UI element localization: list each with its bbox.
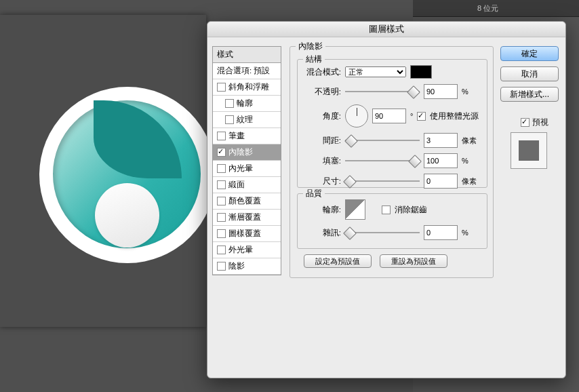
checkbox-icon[interactable] [217,229,226,238]
style-contour[interactable]: 輪廓 [213,96,281,112]
angle-dial[interactable] [345,104,368,128]
opacity-label: 不透明: [306,87,341,97]
checkbox-icon[interactable] [217,197,226,205]
antialias-checkbox[interactable] [382,205,391,214]
structure-legend: 結構 [303,54,325,64]
global-light-checkbox[interactable] [417,112,426,121]
size-input[interactable] [424,174,458,189]
global-light-label: 使用整體光源 [430,111,479,121]
white-ball [95,183,159,248]
blend-mode-select[interactable]: 正常 [345,66,406,77]
checkbox-icon[interactable] [217,180,226,189]
style-texture[interactable]: 紋理 [213,112,281,128]
dialog-title: 圖層樣式 [207,22,565,37]
new-style-button[interactable]: 新增樣式... [500,87,559,102]
artwork-preview [39,87,203,288]
preview-swatch [511,132,547,169]
ok-button[interactable]: 確定 [500,46,559,61]
size-label: 尺寸: [306,176,341,187]
style-inner-shadow[interactable]: 內陰影 [213,144,281,161]
distance-slider[interactable] [345,136,420,144]
style-gradient-overlay[interactable]: 漸層覆蓋 [213,210,281,226]
style-pattern-overlay[interactable]: 圖樣覆蓋 [213,226,281,242]
style-outer-glow[interactable]: 外光暈 [213,242,281,258]
angle-input[interactable] [372,109,406,123]
reset-default-button[interactable]: 重設為預設值 [380,254,447,268]
style-bevel[interactable]: 斜角和浮雕 [213,79,281,96]
angle-unit: ° [410,112,413,120]
styles-header[interactable]: 樣式 [213,47,281,63]
opacity-input[interactable] [424,84,458,99]
preview-checkbox-row: 預視 [521,117,548,128]
blend-mode-label: 混合模式: [306,67,341,77]
dialog-buttons: 確定 取消 新增樣式... [500,46,559,102]
inner-shadow-panel: 內陰影 結構 混合模式: 正常 不透明: % 角度: ° 使用整體光源 [290,46,494,278]
contour-label: 輪廓: [306,205,341,215]
style-satin[interactable]: 緞面 [213,177,281,193]
choke-label: 填塞: [306,156,341,166]
preview-checkbox[interactable] [521,118,530,127]
noise-unit: % [462,229,468,237]
noise-label: 雜訊: [306,228,341,238]
style-color-overlay[interactable]: 顏色覆蓋 [213,193,281,210]
shadow-color-swatch[interactable] [410,65,432,79]
checkbox-icon[interactable] [217,148,226,157]
angle-label: 角度: [306,111,341,121]
noise-slider[interactable] [345,229,420,237]
bit-depth-label: 8 位元 [413,0,579,17]
preview-label: 預視 [532,117,548,128]
cancel-button[interactable]: 取消 [500,66,559,81]
blending-options-row[interactable]: 混合選項: 預設 [213,63,281,79]
noise-input[interactable] [424,225,458,240]
checkbox-icon[interactable] [225,115,234,124]
opacity-slider[interactable] [345,87,420,96]
style-drop-shadow[interactable]: 陰影 [213,258,281,275]
choke-input[interactable] [424,153,458,168]
canvas-area [0,15,206,327]
quality-legend: 品質 [303,189,325,199]
style-inner-glow[interactable]: 內光暈 [213,161,281,177]
distance-input[interactable] [424,133,458,148]
checkbox-icon[interactable] [217,83,226,92]
styles-list: 樣式 混合選項: 預設 斜角和浮雕 輪廓 紋理 筆畫 內陰影 內光暈 緞面 顏色… [212,46,281,275]
choke-unit: % [462,157,468,165]
distance-label: 間距: [306,136,341,146]
opacity-unit: % [462,87,468,96]
style-stroke[interactable]: 筆畫 [213,128,281,144]
structure-fieldset: 結構 混合模式: 正常 不透明: % 角度: ° 使用整體光源 間 [297,59,487,188]
checkbox-icon[interactable] [217,246,226,254]
checkbox-icon[interactable] [217,132,226,140]
choke-slider[interactable] [345,157,420,165]
size-slider[interactable] [345,177,420,185]
quality-fieldset: 品質 輪廓: 消除鋸齒 雜訊: % [297,193,487,249]
checkbox-icon[interactable] [217,213,226,222]
contour-picker[interactable] [345,199,365,220]
layer-style-dialog: 圖層樣式 樣式 混合選項: 預設 斜角和浮雕 輪廓 紋理 筆畫 內陰影 內光暈 … [207,21,566,378]
checkbox-icon[interactable] [217,262,226,271]
checkbox-icon[interactable] [217,164,226,173]
size-unit: 像素 [462,176,477,187]
distance-unit: 像素 [462,136,477,146]
make-default-button[interactable]: 設定為預設值 [304,254,372,268]
antialias-label: 消除鋸齒 [395,205,427,215]
checkbox-icon[interactable] [225,99,234,108]
panel-legend: 內陰影 [296,41,325,52]
